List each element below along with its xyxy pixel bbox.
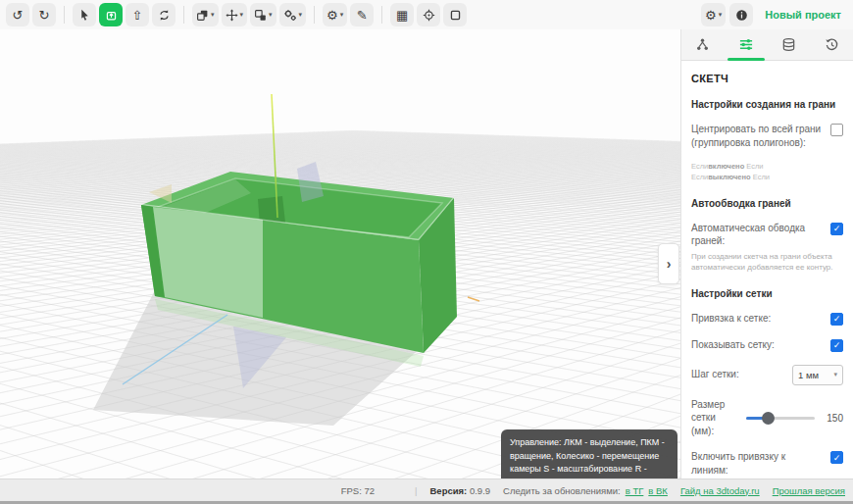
layers-icon — [781, 37, 796, 52]
panel-tabbar — [681, 29, 853, 61]
statusbar-divider: | — [415, 485, 417, 496]
sliders-icon — [738, 37, 754, 52]
grid-step-select[interactable]: 1 мм ▾ — [792, 365, 843, 385]
target-icon — [423, 9, 435, 22]
copy-menu-button[interactable]: ▾ — [192, 3, 219, 26]
viewport-3d[interactable]: Управление: ЛКМ - выделение, ПКМ - враще… — [0, 29, 680, 479]
vk-link[interactable]: в ВК — [648, 485, 668, 496]
grid-step-value: 1 мм — [798, 370, 819, 380]
sync-button[interactable] — [152, 3, 176, 26]
grid-toggle-button[interactable]: ▦ — [390, 3, 414, 26]
draw-button[interactable]: ✎ — [350, 3, 374, 26]
copy-icon — [196, 9, 209, 22]
move-menu-button[interactable]: ▾ — [222, 3, 248, 26]
section-auto-outline: Автообводка граней — [691, 198, 843, 209]
guide-link[interactable]: Гайд на 3dtoday.ru — [680, 485, 760, 496]
duplicate-menu-button[interactable]: ▾ — [250, 3, 276, 26]
updates-group: Следить за обновлениями: в ТГ в ВК — [503, 485, 668, 496]
caret-down-icon: ▾ — [340, 11, 344, 19]
viewport-canvas[interactable] — [0, 29, 680, 479]
toolbar-separator — [64, 6, 65, 24]
redo-icon: ↻ — [39, 9, 50, 22]
panel-title: СКЕТЧ — [691, 73, 843, 84]
caret-down-icon: ▾ — [240, 11, 244, 19]
hint-disabled: Есливыключено Если — [691, 172, 843, 182]
conditional-hints: Есливключено Если Есливыключено Если — [691, 161, 843, 183]
focus-target-button[interactable] — [417, 3, 440, 26]
snap-to-lines-checkbox[interactable]: ✓ — [830, 451, 843, 464]
caret-down-icon: ▾ — [211, 11, 215, 19]
new-project-link[interactable]: Новый проект — [765, 9, 841, 21]
show-grid-checkbox[interactable]: ✓ — [830, 339, 843, 352]
row-auto-outline: Автоматическая обводка граней: ✓ — [691, 222, 843, 248]
row-label: Привязка к сетке: — [691, 312, 825, 326]
tab-history[interactable] — [810, 29, 853, 60]
grid-icon: ▦ — [396, 9, 408, 22]
status-bar: FPS: 72 | Версия: 0.9.9 Следить за обнов… — [0, 479, 853, 504]
duplicate-icon — [254, 9, 267, 22]
undo-button[interactable]: ↺ — [6, 3, 29, 26]
selection-frame-icon — [449, 9, 462, 22]
pencil-icon: ✎ — [357, 9, 368, 22]
tab-scene-tree[interactable] — [681, 29, 725, 60]
auto-outline-checkbox[interactable]: ✓ — [830, 223, 843, 235]
previous-version-link[interactable]: Прошлая версия — [773, 485, 845, 496]
chevron-down-icon: ▾ — [833, 371, 837, 378]
toolbar-separator — [183, 6, 184, 24]
sync-icon — [158, 9, 171, 22]
app-window: ↺ ↻ ⇧ — [0, 0, 853, 504]
version-label: Версия: 0.9.9 — [430, 485, 491, 496]
panel-body: СКЕТЧ Настройки создания на грани Центри… — [681, 61, 853, 479]
row-center-on-face: Центрировать по всей грани (группировка … — [691, 123, 843, 149]
gear-icon: ⚙ — [705, 9, 717, 22]
move-icon — [226, 9, 238, 22]
row-snap-to-lines: Включить привязку к линиям: ✓ — [691, 450, 843, 477]
row-label: Центрировать по всей грани (группировка … — [691, 123, 825, 149]
selection-frame-button[interactable] — [443, 3, 467, 26]
main-area: Управление: ЛКМ - выделение, ПКМ - враще… — [0, 29, 853, 479]
select-cursor-button[interactable] — [73, 3, 96, 26]
tab-sketch-settings[interactable] — [725, 29, 768, 60]
undo-icon: ↺ — [13, 9, 24, 22]
tab-layers[interactable] — [768, 29, 811, 60]
center-on-face-checkbox[interactable] — [830, 124, 843, 136]
info-icon — [735, 9, 748, 22]
grid-size-slider[interactable] — [746, 411, 815, 425]
toolbar-right-group: ⚙ ▾ Новый проект — [701, 3, 847, 26]
telegram-link[interactable]: в ТГ — [626, 485, 644, 496]
section-grid-settings: Настройки сетки — [691, 288, 843, 299]
row-label: Показывать сетку: — [691, 338, 825, 352]
section-face-settings: Настройки создания на грани — [691, 99, 843, 110]
row-grid-size: Размер сетки (мм): 150 — [691, 398, 843, 438]
extrude-box-icon — [105, 9, 118, 22]
row-label: Размер сетки (мм): — [691, 398, 734, 438]
extrude-tool-button[interactable] — [99, 3, 123, 26]
caret-down-icon: ▾ — [299, 11, 303, 19]
app-settings-button[interactable]: ⚙ ▾ — [701, 3, 726, 26]
redo-button[interactable]: ↻ — [32, 3, 56, 26]
top-toolbar: ↺ ↻ ⇧ — [0, 0, 853, 29]
info-button[interactable] — [729, 3, 753, 26]
arrow-up-icon: ⇧ — [132, 9, 143, 22]
caret-down-icon: ▾ — [719, 11, 723, 19]
toolbar-separator — [381, 6, 382, 24]
fps-counter: FPS: 72 — [341, 485, 375, 496]
operations-menu-button[interactable]: ▾ — [279, 3, 307, 26]
row-snap-to-grid: Привязка к сетке: ✓ — [691, 312, 843, 326]
settings-menu-button[interactable]: ⚙ ▾ — [323, 3, 347, 26]
panel-collapse-button[interactable]: › — [658, 243, 679, 284]
hint-enabled: Есливключено Если — [691, 161, 843, 172]
tree-icon — [695, 37, 710, 52]
row-label: Шаг сетки: — [691, 368, 786, 381]
controls-tooltip: Управление: ЛКМ - выделение, ПКМ - враще… — [501, 429, 677, 479]
settings-panel: СКЕТЧ Настройки создания на грани Центри… — [680, 29, 853, 479]
slider-thumb[interactable] — [762, 412, 775, 425]
snap-to-grid-checkbox[interactable]: ✓ — [830, 313, 843, 326]
gears-icon — [283, 9, 297, 22]
toolbar-left-group: ↺ ↻ ⇧ — [6, 3, 467, 26]
grid-size-value: 150 — [827, 413, 843, 424]
move-up-button[interactable]: ⇧ — [125, 3, 149, 26]
caret-down-icon: ▾ — [269, 11, 273, 19]
cursor-icon — [78, 9, 91, 22]
history-icon — [825, 37, 839, 52]
